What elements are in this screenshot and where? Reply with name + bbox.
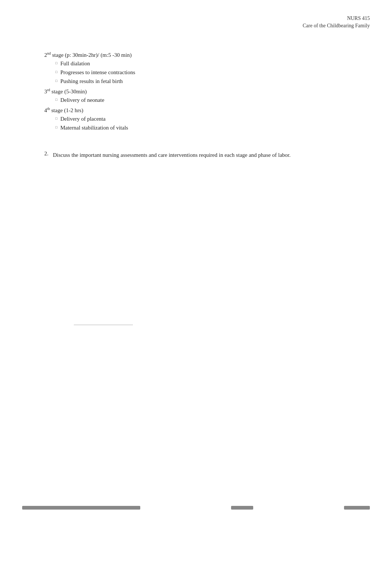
list-item: Progresses to intense contractions — [55, 68, 370, 77]
list-item: Maternal stabilization of vitals — [55, 123, 370, 132]
stage2-bullet-list: Full dialation Progresses to intense con… — [44, 59, 370, 86]
stage4-block: 4th stage (1-2 hrs) Delivery of placenta… — [44, 107, 370, 132]
footer-bar-left — [22, 506, 140, 510]
list-item: Delivery of placenta — [55, 114, 370, 123]
bullet-text: Full dialation — [60, 59, 90, 68]
bullet-text: Delivery of neonate — [60, 96, 104, 104]
stage4-label: 4th stage (1-2 hrs) — [44, 107, 370, 114]
list-item: Delivery of neonate — [55, 96, 370, 104]
content-area: 2nd stage (p: 30min-2hr)/ (m:5 -30 min) … — [22, 51, 370, 159]
page-container: NURS 415 Care of the Childbearing Family… — [0, 0, 392, 576]
stage2-label: 2nd stage (p: 30min-2hr)/ (m:5 -30 min) — [44, 51, 370, 58]
list-item: Pushing results in fetal birth — [55, 77, 370, 86]
list-item: Full dialation — [55, 59, 370, 68]
stage3-block: 3rd stage (5-30min) Delivery of neonate — [44, 88, 370, 104]
header-line1: NURS 415 — [22, 15, 370, 22]
question2-text: Discuss the important nursing assessment… — [53, 151, 290, 159]
stage3-label: 3rd stage (5-30min) — [44, 88, 370, 95]
page-header: NURS 415 Care of the Childbearing Family — [22, 15, 370, 29]
stage3-sup: rd — [47, 88, 50, 92]
stage2-block: 2nd stage (p: 30min-2hr)/ (m:5 -30 min) … — [44, 51, 370, 86]
question2-number: 2. — [44, 151, 48, 159]
bullet-text: Progresses to intense contractions — [60, 68, 135, 77]
footer-bar-center — [231, 506, 253, 510]
footer-bar-right — [344, 506, 370, 510]
bullet-text: Delivery of placenta — [60, 114, 105, 123]
question2-block: 2. Discuss the important nursing assessm… — [44, 151, 370, 159]
bullet-text: Maternal stabilization of vitals — [60, 123, 128, 132]
stage4-label-text: stage (1-2 hrs) — [50, 107, 83, 113]
header-line2: Care of the Childbearing Family — [22, 22, 370, 30]
stage3-label-text: stage (5-30min) — [50, 89, 87, 94]
footer-area — [22, 506, 370, 510]
stage2-sup: nd — [47, 51, 51, 55]
bullet-text: Pushing results in fetal birth — [60, 77, 123, 86]
stage3-bullet-list: Delivery of neonate — [44, 96, 370, 104]
underline-decoration — [74, 325, 133, 325]
stage4-bullet-list: Delivery of placenta Maternal stabilizat… — [44, 114, 370, 132]
stage2-label-text: stage (p: 30min-2hr)/ (m:5 -30 min) — [51, 52, 132, 58]
